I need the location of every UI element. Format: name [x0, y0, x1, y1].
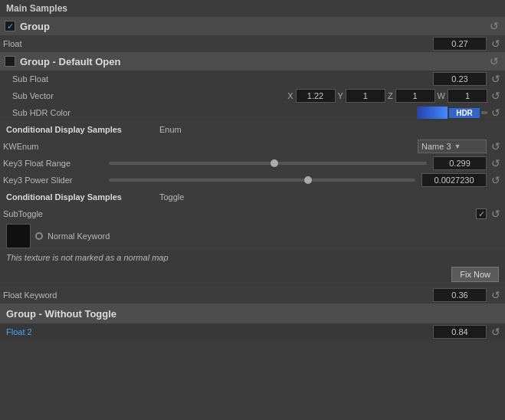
hdr-badge: HDR	[449, 108, 480, 118]
vec-z-input[interactable]	[395, 89, 435, 103]
subtoggle-row: SubToggle ↺	[0, 205, 505, 222]
kwenum-reset-button[interactable]: ↺	[490, 141, 502, 152]
vec-y-input[interactable]	[346, 89, 385, 103]
vec-y-label: Y	[338, 91, 343, 100]
sub-vector-label: Sub Vector	[12, 91, 112, 100]
group-without-toggle-label: Group - Without Toggle	[6, 308, 116, 320]
key3-float-range-label: Key3 Float Range	[3, 159, 103, 168]
float-row: Float ↺	[0, 35, 505, 52]
float2-input[interactable]	[433, 325, 487, 339]
kwenum-value: Name 3	[421, 142, 451, 151]
key3-power-slider-row: Key3 Power Slider ↺	[0, 172, 505, 189]
vec-x-input[interactable]	[296, 89, 336, 103]
conditional-toggle-title: Conditional Display Samples	[6, 192, 159, 202]
normal-dot-icon	[35, 232, 43, 240]
section-title: Main Samples	[6, 3, 67, 14]
vec-z-label: Z	[388, 91, 393, 100]
group-default-open-row[interactable]: Group - Default Open ↺	[0, 52, 505, 71]
float-reset-button[interactable]: ↺	[490, 38, 502, 49]
key3-power-slider-label: Key3 Power Slider	[3, 176, 103, 185]
kwenum-row: KWEnum Name 3 ▼ ↺	[0, 138, 505, 155]
float-label: Float	[3, 39, 103, 48]
main-panel: Main Samples Group ↺ Float ↺ Group - Def…	[0, 0, 505, 420]
float-keyword-row: Float Keyword ↺	[0, 287, 505, 304]
key3-power-slider-reset-button[interactable]: ↺	[490, 175, 502, 185]
sub-float-value-input[interactable]	[433, 72, 487, 86]
subtoggle-label: SubToggle	[3, 209, 103, 218]
subtoggle-reset-button[interactable]: ↺	[490, 208, 502, 219]
conditional-enum-title: Conditional Display Samples	[6, 125, 159, 134]
warning-text: This texture is not marked as a normal m…	[6, 253, 169, 262]
group-default-open-reset-button[interactable]: ↺	[488, 56, 500, 67]
kwenum-dropdown-arrow: ▼	[454, 143, 461, 150]
vec-x-label: X	[287, 91, 293, 100]
key3-float-range-slider[interactable]	[109, 162, 427, 165]
group-default-open-label: Group - Default Open	[20, 56, 120, 67]
float2-label: Float 2	[3, 327, 220, 336]
group-default-open-checkbox[interactable]	[5, 56, 15, 67]
group-reset-button[interactable]: ↺	[488, 21, 500, 31]
hdr-reset-button[interactable]: ↺	[490, 107, 502, 118]
section-header: Main Samples	[0, 0, 505, 17]
group-row[interactable]: Group ↺	[0, 17, 505, 35]
normal-keyword-label: Normal Keyword	[48, 231, 110, 241]
vec-w-input[interactable]	[448, 89, 487, 103]
float2-reset-button[interactable]: ↺	[490, 326, 502, 337]
hdr-color-swatch[interactable]	[417, 107, 448, 119]
fix-now-button[interactable]: Fix Now	[451, 267, 499, 282]
key3-float-range-row: Key3 Float Range ↺	[0, 155, 505, 172]
fix-row: Fix Now	[0, 265, 505, 287]
hdr-edit-icon[interactable]: ✏	[481, 108, 488, 118]
kwenum-label: KWEnum	[3, 142, 103, 151]
sub-float-reset-button[interactable]: ↺	[490, 74, 502, 84]
sub-vector-row: Sub Vector X Y Z W ↺	[0, 87, 505, 104]
conditional-enum-type: Enum	[159, 125, 182, 134]
kwenum-dropdown[interactable]: Name 3 ▼	[418, 139, 487, 153]
float-keyword-reset-button[interactable]: ↺	[490, 290, 502, 300]
sub-hdr-color-row: Sub HDR Color HDR ✏ ↺	[0, 104, 505, 121]
float-keyword-input[interactable]	[433, 288, 487, 302]
group-label: Group	[20, 21, 50, 32]
sub-vector-reset-button[interactable]: ↺	[490, 90, 502, 101]
sub-float-label: Sub Float	[12, 74, 112, 84]
float-keyword-label: Float Keyword	[3, 290, 103, 300]
conditional-toggle-type: Toggle	[159, 192, 184, 202]
group-checkbox[interactable]	[5, 21, 15, 31]
sub-float-row: Sub Float ↺	[0, 71, 505, 87]
warning-row: This texture is not marked as a normal m…	[0, 250, 505, 265]
float2-row: Float 2 ↺	[0, 323, 505, 340]
conditional-toggle-header: Conditional Display Samples Toggle	[0, 189, 505, 205]
vec-w-label: W	[438, 91, 445, 100]
float-value-input[interactable]	[433, 37, 487, 51]
key3-power-slider[interactable]	[109, 179, 415, 182]
key3-float-range-reset-button[interactable]: ↺	[490, 158, 502, 169]
conditional-enum-header: Conditional Display Samples Enum	[0, 121, 505, 138]
normal-keyword-row: Normal Keyword	[0, 222, 505, 250]
sub-hdr-color-label: Sub HDR Color	[12, 108, 112, 117]
key3-power-slider-input[interactable]	[421, 173, 487, 187]
key3-float-range-input[interactable]	[433, 156, 487, 170]
group-without-toggle-row[interactable]: Group - Without Toggle	[0, 304, 505, 323]
subtoggle-checkbox[interactable]	[476, 208, 487, 219]
normal-texture-thumb[interactable]	[6, 224, 31, 248]
